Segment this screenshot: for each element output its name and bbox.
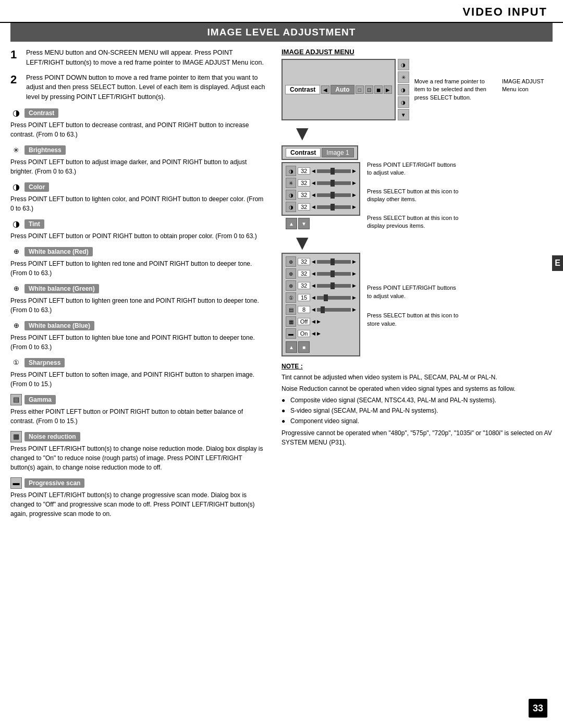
- full-adj-value-2: 32: [298, 270, 310, 277]
- adj-value-2: 32: [298, 179, 310, 187]
- step-1: 1 Press MENU button and ON-SCREEN MENU w…: [10, 48, 267, 68]
- step-2-text: Press POINT DOWN button to move a red fr…: [26, 73, 267, 102]
- step-2-number: 2: [10, 73, 22, 102]
- sharpness-label: Sharpness: [25, 358, 65, 367]
- brightness-label: Brightness: [25, 145, 66, 155]
- bullet-dot-3: ●: [282, 416, 288, 426]
- brightness-icon: ✳: [10, 144, 22, 156]
- callout-image-adjust-line2: Menu icon: [502, 85, 544, 93]
- adj-arrow-right-3[interactable]: ▶: [352, 192, 356, 198]
- nav-icon-down[interactable]: ▼: [298, 218, 310, 229]
- full-adj-icon-7: ▬: [286, 328, 296, 339]
- progressive-scan-icon: ▬: [10, 477, 22, 489]
- full-adj-arrowl-3[interactable]: ◀: [312, 283, 315, 288]
- wb-red-desc: Press POINT LEFT button to lighten red t…: [10, 259, 267, 278]
- wb-blue-desc: Press POINT LEFT button to lighten blue …: [10, 333, 267, 352]
- progressive-scan-desc: Press POINT LEFT/RIGHT button(s) to chan…: [10, 490, 267, 519]
- sharpness-icon: ①: [10, 357, 22, 368]
- full-adj-value-4: 15: [298, 294, 310, 301]
- bullet-2: ● S-video signal (SECAM, PAL-M and PAL-N…: [282, 406, 553, 415]
- feature-gamma: ▤ Gamma Press either POINT LEFT button o…: [10, 394, 267, 426]
- wb-blue-label: White balance (Blue): [25, 321, 94, 330]
- full-adj-value-3: 32: [298, 282, 310, 289]
- adj-icon-3: ◑: [286, 190, 296, 200]
- e-tab: E: [552, 255, 563, 271]
- full-adj-arrowr-3[interactable]: ▶: [352, 283, 356, 288]
- wb-red-label: White balance (Red): [25, 247, 93, 256]
- adj-slider-2: [317, 181, 351, 185]
- adj-slider-4: [317, 205, 351, 209]
- arrow-down-2: ▼: [292, 232, 553, 253]
- adj-arrow-right-4[interactable]: ▶: [352, 204, 356, 209]
- full-adj-slider-2: [317, 272, 351, 276]
- adj-tab-image1: Image 1: [322, 148, 353, 157]
- progressive-scan-label: Progressive scan: [25, 478, 84, 488]
- arrow-down-1: ▼: [292, 122, 553, 143]
- full-adj-icon-1: ⊕: [286, 256, 296, 267]
- full-adj-slider-5: [317, 308, 351, 312]
- note-section: NOTE : Tint cannot be adjusted when vide…: [282, 362, 553, 447]
- side-icon-3: ◑: [398, 84, 409, 95]
- adj-slider-1: [317, 169, 351, 173]
- wb-green-desc: Press POINT LEFT button to lighten green…: [10, 296, 267, 315]
- side-icon-5: ▼: [398, 109, 409, 120]
- brightness-desc: Press POINT LEFT button to adjust image …: [10, 157, 267, 176]
- nav-icon-up[interactable]: ▲: [286, 218, 297, 229]
- adj-arrow-left-1[interactable]: ◀: [312, 168, 315, 174]
- full-adj-value-6: Off: [298, 318, 310, 325]
- note-line-2: Noise Reduction cannot be operated when …: [282, 384, 553, 393]
- callout1-line3: press SELECT button.: [414, 94, 486, 102]
- callout4: Press SELECT button at this icon to disp…: [367, 214, 458, 230]
- full-adj-arrowl-1[interactable]: ◀: [312, 259, 315, 264]
- adj-arrow-left-2[interactable]: ◀: [312, 180, 315, 186]
- full-adj-arrowl-7[interactable]: ◀: [312, 331, 315, 336]
- adj-value-4: 32: [298, 203, 310, 211]
- menu-icon-box1: □: [356, 85, 364, 94]
- feature-wb-blue: ⊕ White balance (Blue) Press POINT LEFT …: [10, 320, 267, 352]
- right-column: IMAGE ADJUST MENU Contrast ◀ Auto □ ⊡ ◼ …: [276, 42, 553, 524]
- step-2: 2 Press POINT DOWN button to move a red …: [10, 73, 267, 102]
- menu-icon-prev[interactable]: ◀: [321, 85, 329, 94]
- full-adj-arrowr-7[interactable]: ▶: [317, 331, 321, 336]
- callout2: Press POINT LEFT/RIGHT buttons to adjust…: [367, 161, 458, 177]
- feature-wb-red: ⊕ White balance (Red) Press POINT LEFT b…: [10, 246, 267, 278]
- full-adj-arrowr-2[interactable]: ▶: [352, 271, 356, 276]
- callout5: Press POINT LEFT/RIGHT buttons to adjust…: [367, 284, 458, 300]
- adj-arrow-left-4[interactable]: ◀: [312, 204, 315, 209]
- adj-arrow-left-3[interactable]: ◀: [312, 192, 315, 198]
- full-adj-arrowl-5[interactable]: ◀: [312, 307, 315, 312]
- menu-icon-box3: ◼: [374, 85, 383, 94]
- full-adj-arrowl-4[interactable]: ◀: [312, 295, 315, 300]
- feature-noise-reduction: ▦ Noise reduction Press POINT LEFT/RIGHT…: [10, 431, 267, 472]
- feature-contrast: ◑ Contrast Press POINT LEFT button to de…: [10, 107, 267, 139]
- left-column: 1 Press MENU button and ON-SCREEN MENU w…: [10, 42, 276, 524]
- full-adj-arrowl-6[interactable]: ◀: [312, 319, 315, 324]
- store-icon-up[interactable]: ▲: [286, 341, 297, 353]
- full-adj-icon-3: ⊕: [286, 280, 296, 291]
- tint-icon: ◑: [10, 218, 22, 230]
- callout-image-adjust-line1: IMAGE ADJUST: [502, 78, 544, 85]
- store-icon-store[interactable]: ■: [298, 341, 310, 353]
- menu-icon-box2: ⊡: [365, 85, 373, 94]
- feature-wb-green: ⊕ White balance (Green) Press POINT LEFT…: [10, 283, 267, 315]
- adj-arrow-right-2[interactable]: ▶: [352, 180, 356, 186]
- callout1-line2: item to be selected and then: [414, 85, 486, 93]
- full-adj-value-1: 32: [298, 258, 310, 265]
- full-adj-arrowr-5[interactable]: ▶: [352, 307, 356, 312]
- progressive-note: Progressive cannot be operated when "480…: [282, 428, 553, 447]
- full-adj-arrowr-4[interactable]: ▶: [352, 295, 356, 300]
- adj-arrow-right-1[interactable]: ▶: [352, 168, 356, 174]
- full-adj-arrowr-6[interactable]: ▶: [317, 319, 321, 324]
- side-icon-1: ◑: [398, 59, 409, 70]
- feature-progressive-scan: ▬ Progressive scan Press POINT LEFT/RIGH…: [10, 477, 267, 519]
- full-adj-arrowl-2[interactable]: ◀: [312, 271, 315, 276]
- sharpness-desc: Press POINT LEFT button to soften image,…: [10, 370, 267, 389]
- step-1-text: Press MENU button and ON-SCREEN MENU wil…: [26, 48, 267, 68]
- video-input-header: VIDEO INPUT: [0, 0, 563, 23]
- bullet-dot-2: ●: [282, 406, 288, 415]
- full-adj-arrowr-1[interactable]: ▶: [352, 259, 356, 264]
- menu-tab-auto: Auto: [331, 85, 354, 94]
- adj-icon-2: ✳: [286, 178, 296, 188]
- menu-icon-next[interactable]: ▶: [384, 85, 392, 94]
- callout6: Press SELECT button at this icon to stor…: [367, 312, 458, 328]
